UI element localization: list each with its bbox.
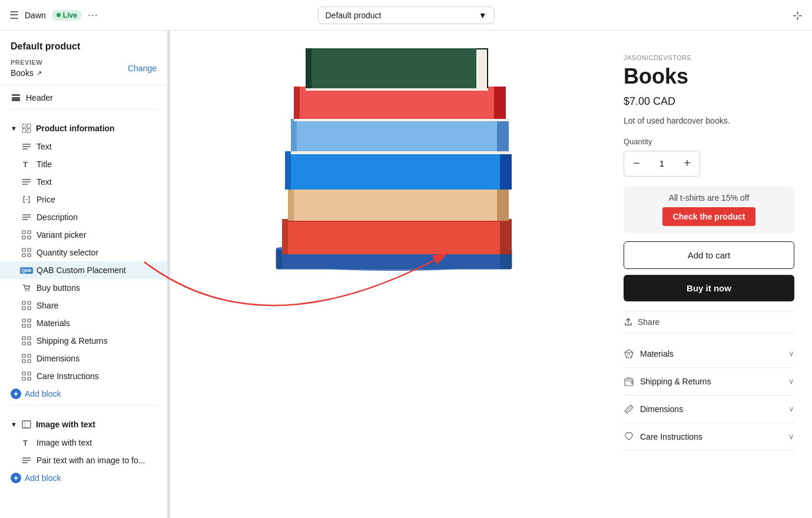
title-icon: T xyxy=(21,159,32,170)
svg-rect-27 xyxy=(22,301,25,304)
add-block-icon-iwt: + xyxy=(11,473,21,483)
product-information-header[interactable]: ▼ Product information xyxy=(0,119,167,138)
more-options-button[interactable]: ··· xyxy=(88,9,98,21)
add-block-button-iwt[interactable]: + Add block xyxy=(0,469,167,487)
svg-rect-24 xyxy=(28,254,31,257)
live-label: Live xyxy=(63,11,77,19)
lines-icon-1 xyxy=(21,141,32,152)
sidebar-item-qab-custom-placement[interactable]: QAB QAB Custom Placement xyxy=(0,261,167,279)
accordion-shipping-label: Shipping & Returns xyxy=(624,376,711,387)
quantity-input[interactable] xyxy=(649,159,675,168)
svg-point-26 xyxy=(28,290,29,291)
sidebar-item-care-instructions[interactable]: Care Instructions xyxy=(0,367,167,385)
svg-rect-42 xyxy=(28,360,31,363)
add-block-label: Add block xyxy=(25,389,61,399)
sidebar-item-pair-text[interactable]: Pair text with an image to fo... xyxy=(0,451,167,469)
svg-rect-28 xyxy=(28,301,31,304)
svg-rect-39 xyxy=(22,354,25,357)
accordion-dimensions[interactable]: Dimensions ∨ xyxy=(624,396,794,423)
svg-rect-60 xyxy=(288,219,506,254)
accordion-care[interactable]: Care Instructions ∨ xyxy=(624,423,794,451)
accordion-care-label: Care Instructions xyxy=(624,431,702,442)
title-label: Title xyxy=(37,160,52,169)
preview-label: PREVIEW Books ↗ xyxy=(11,59,42,78)
svg-rect-2 xyxy=(22,124,26,128)
svg-rect-36 xyxy=(28,337,31,340)
sidebar-item-image-with-text[interactable]: T Image with text xyxy=(0,434,167,451)
add-to-cart-button[interactable]: Add to cart xyxy=(624,241,794,269)
svg-rect-0 xyxy=(12,94,20,96)
theme-name: Dawn xyxy=(25,11,46,20)
lines-icon-desc xyxy=(21,212,32,223)
nav-back-icon[interactable]: ☰ xyxy=(9,9,19,22)
sidebar-item-header[interactable]: Header xyxy=(0,89,167,107)
corners-icon-shipping xyxy=(21,336,32,346)
text-2-label: Text xyxy=(37,177,52,187)
svg-rect-78 xyxy=(311,48,482,89)
svg-rect-21 xyxy=(22,248,25,251)
svg-rect-20 xyxy=(28,236,31,239)
svg-rect-4 xyxy=(22,129,26,132)
sidebar-item-shipping-returns[interactable]: Shipping & Returns xyxy=(0,332,167,350)
buy-now-button[interactable]: Buy it now xyxy=(624,275,794,301)
product-select-dropdown[interactable]: Default product ▼ xyxy=(318,6,495,24)
svg-text:T: T xyxy=(23,160,28,169)
accordion-dimensions-label: Dimensions xyxy=(624,404,683,414)
svg-rect-65 xyxy=(497,187,509,221)
sidebar-item-description[interactable]: Description xyxy=(0,208,167,226)
svg-rect-34 xyxy=(28,324,31,327)
preview-link-text: Books xyxy=(11,68,34,78)
corners-icon-dimensions xyxy=(21,353,32,364)
sidebar-item-share[interactable]: Share xyxy=(0,297,167,314)
sidebar-item-text-2[interactable]: Text xyxy=(0,173,167,191)
sidebar-item-materials[interactable]: Materials xyxy=(0,314,167,332)
svg-rect-22 xyxy=(28,248,31,251)
chevron-down-shipping: ∨ xyxy=(788,377,794,386)
svg-rect-75 xyxy=(300,87,500,121)
preview-text-label: PREVIEW xyxy=(11,59,42,66)
grid-view-icon[interactable]: ⊹ xyxy=(793,9,803,22)
box-icon xyxy=(624,376,634,387)
pair-text-label: Pair text with an image to fo... xyxy=(37,456,145,465)
live-dot xyxy=(57,13,61,17)
header-label: Header xyxy=(26,93,53,102)
svg-rect-31 xyxy=(22,319,25,322)
share-row[interactable]: Share xyxy=(624,311,794,333)
svg-rect-61 xyxy=(500,219,512,254)
sidebar-item-buy-buttons[interactable]: Buy buttons xyxy=(0,279,167,297)
accordion-materials-label: Materials xyxy=(624,348,674,359)
check-product-button[interactable]: Check the product xyxy=(662,207,756,226)
svg-rect-88 xyxy=(291,151,512,154)
svg-rect-44 xyxy=(28,372,31,375)
sidebar-item-variant-picker[interactable]: Variant picker xyxy=(0,226,167,244)
quantity-label: Quantity xyxy=(624,137,794,146)
accordion-shipping[interactable]: Shipping & Returns ∨ xyxy=(624,368,794,396)
preview-area: JASONICDEVSTORE Books $7.00 CAD Lot of u… xyxy=(170,31,812,518)
sidebar-item-price[interactable]: Price xyxy=(0,191,167,208)
shipping-returns-label: Shipping & Returns xyxy=(37,336,108,346)
svg-rect-76 xyxy=(494,87,506,121)
add-block-button-product[interactable]: + Add block xyxy=(0,385,167,403)
preview-change-button[interactable]: Change xyxy=(128,64,157,73)
corners-icon-materials xyxy=(21,318,32,328)
variant-picker-label: Variant picker xyxy=(37,230,87,240)
image-with-text-header[interactable]: ▼ Image with text xyxy=(0,415,167,434)
svg-rect-5 xyxy=(27,129,31,132)
chevron-down-materials: ∨ xyxy=(788,349,794,358)
svg-rect-80 xyxy=(476,49,487,88)
description-label: Description xyxy=(37,212,78,222)
chevron-icon: ▼ xyxy=(11,125,17,132)
accordion-materials[interactable]: Materials ∨ xyxy=(624,340,794,368)
svg-point-95 xyxy=(631,381,633,383)
topbar-right: ⊹ xyxy=(793,8,803,22)
preview-link[interactable]: Books ↗ xyxy=(11,68,42,78)
svg-rect-41 xyxy=(22,360,25,363)
sidebar-item-dimensions[interactable]: Dimensions xyxy=(0,350,167,367)
image-with-text-label: Image with text xyxy=(36,420,95,429)
sidebar-item-text-1[interactable]: Text xyxy=(0,138,167,155)
store-name: JASONICDEVSTORE xyxy=(624,54,794,61)
sidebar-item-title[interactable]: T Title xyxy=(0,155,167,173)
quantity-increase-button[interactable]: + xyxy=(675,151,700,176)
sidebar-item-quantity-selector[interactable]: Quantity selector xyxy=(0,244,167,261)
quantity-decrease-button[interactable]: − xyxy=(624,151,649,176)
